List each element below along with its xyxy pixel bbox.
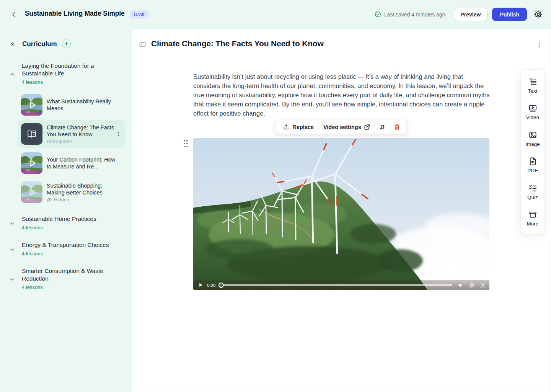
page-title[interactable]: Climate Change: The Facts You Need to Kn… xyxy=(151,39,324,50)
external-link-icon xyxy=(364,124,370,130)
gear-icon xyxy=(469,282,475,288)
section-lesson-count: 4 lessons xyxy=(22,251,109,256)
curriculum-header: Curriculum xyxy=(9,39,125,48)
section-title: Energy & Transportation Choices xyxy=(22,241,109,249)
lesson-row[interactable]: What Sustainability Really Means xyxy=(18,91,125,119)
curriculum-section: Energy & Transportation Choices 4 lesson… xyxy=(0,241,131,256)
settings-button[interactable] xyxy=(534,10,543,19)
pdf-icon xyxy=(528,157,537,166)
video-block-toolbar: Replace Video settings xyxy=(276,120,407,134)
play-icon xyxy=(198,283,203,287)
lesson-row[interactable]: Your Carbon Footprint: How to Measure an… xyxy=(18,149,125,177)
last-saved-text: Last saved 4 minutes ago xyxy=(384,11,445,18)
replace-video-button[interactable]: Replace xyxy=(278,120,318,134)
check-circle-icon xyxy=(375,11,381,18)
lesson-reading-thumbnail xyxy=(21,123,42,145)
text-icon xyxy=(528,77,537,86)
top-bar: Sustainable Living Made Simple Draft Las… xyxy=(0,0,551,29)
lesson-text-block[interactable]: Sustainability isn’t just about recyclin… xyxy=(193,72,490,118)
progress-track[interactable] xyxy=(223,284,452,286)
image-icon xyxy=(528,131,537,139)
lesson-row-hidden[interactable]: Sustainable Shopping: Making Better Choi… xyxy=(18,178,125,206)
play-icon xyxy=(21,94,42,116)
section-header[interactable]: Smarter Consumption & Waste Reduction 4 … xyxy=(0,267,131,290)
lesson-row-selected[interactable]: Climate Change: The Facts You Need to Kn… xyxy=(18,120,125,148)
lesson-title: Your Carbon Footprint: How to Measure an… xyxy=(47,156,116,170)
chevron-down-icon[interactable] xyxy=(9,247,15,253)
volume-button[interactable] xyxy=(458,282,464,288)
lesson-editor-panel: Climate Change: The Facts You Need to Kn… xyxy=(131,29,551,392)
insert-video-button[interactable]: Video xyxy=(521,104,544,120)
player-settings-button[interactable] xyxy=(469,282,475,288)
lesson-title: What Sustainability Really Means xyxy=(47,98,114,112)
last-saved-status: Last saved 4 minutes ago xyxy=(375,11,445,18)
plus-icon xyxy=(64,41,69,46)
course-title[interactable]: Sustainable Living Made Simple xyxy=(25,10,124,19)
video-settings-button[interactable]: Video settings xyxy=(319,120,375,134)
insert-pdf-button[interactable]: PDF xyxy=(521,157,544,173)
sort-arrows-icon xyxy=(379,124,386,131)
eye-off-icon xyxy=(47,197,52,203)
lesson-title: Climate Change: The Facts You Need to Kn… xyxy=(47,124,115,138)
publish-button[interactable]: Publish xyxy=(492,8,527,21)
curriculum-section: Smarter Consumption & Waste Reduction 4 … xyxy=(0,267,131,290)
preview-button[interactable]: Preview xyxy=(454,8,488,21)
status-badge: Draft xyxy=(130,10,148,19)
delete-block-button[interactable] xyxy=(390,120,404,134)
play-button[interactable] xyxy=(197,283,205,287)
section-lesson-count: 4 lessons xyxy=(22,79,97,85)
sidebar-toggle-button[interactable] xyxy=(139,41,146,48)
scrubber-knob[interactable] xyxy=(218,283,224,288)
collapse-all-button[interactable] xyxy=(9,41,16,47)
lesson-video-thumbnail xyxy=(21,152,42,174)
insert-block-toolbar: Text Video Image PDF Quiz More xyxy=(520,69,545,234)
chevron-left-icon xyxy=(11,11,18,18)
video-controls-bar: 0:00 xyxy=(193,280,489,290)
lesson-header: Climate Change: The Facts You Need to Kn… xyxy=(132,29,551,50)
insert-video-label: Video xyxy=(526,114,539,120)
insert-text-label: Text xyxy=(528,88,538,94)
insert-image-button[interactable]: Image xyxy=(521,131,544,147)
reorder-block-button[interactable] xyxy=(375,120,390,134)
insert-more-button[interactable]: More xyxy=(521,210,544,227)
chevron-down-icon[interactable] xyxy=(9,220,15,227)
block-drag-handle[interactable] xyxy=(183,140,188,148)
upload-icon xyxy=(283,124,289,130)
lesson-options-button[interactable] xyxy=(536,42,542,48)
kebab-menu-icon xyxy=(116,131,121,137)
chevron-up-icon[interactable] xyxy=(9,71,15,77)
lesson-menu-button[interactable] xyxy=(116,131,121,137)
current-time: 0:00 xyxy=(207,283,215,287)
insert-text-button[interactable]: Text xyxy=(521,77,544,94)
course-editor-app: Sustainable Living Made Simple Draft Las… xyxy=(0,0,551,392)
chevron-down-icon[interactable] xyxy=(9,276,15,283)
section-header[interactable]: Sustainable Home Practices 4 lessons xyxy=(0,215,131,230)
fullscreen-icon xyxy=(480,282,486,288)
kebab-menu-icon xyxy=(536,42,542,48)
fullscreen-button[interactable] xyxy=(480,282,486,288)
add-section-button[interactable] xyxy=(62,39,71,48)
curriculum-title: Curriculum xyxy=(22,40,57,48)
curriculum-section: Laying the Foundation for a Sustainable … xyxy=(0,62,131,206)
book-open-icon xyxy=(27,129,37,139)
video-icon xyxy=(528,104,537,113)
lesson-video-thumbnail xyxy=(21,94,42,116)
insert-quiz-button[interactable]: Quiz xyxy=(521,184,544,200)
insert-quiz-label: Quiz xyxy=(527,194,538,200)
grip-dots-icon xyxy=(183,140,188,148)
section-lesson-count: 4 lessons xyxy=(22,284,104,290)
gear-icon xyxy=(534,10,543,19)
chevrons-up-icon xyxy=(9,41,16,47)
section-header[interactable]: Laying the Foundation for a Sustainable … xyxy=(0,62,131,85)
curriculum-sidebar: Curriculum Laying the Foundation for a S… xyxy=(0,29,131,392)
lesson-list: What Sustainability Really Means Climate… xyxy=(18,91,125,206)
section-title: Smarter Consumption & Waste Reduction xyxy=(22,267,104,283)
lesson-hidden-label: Hidden xyxy=(54,197,69,203)
replace-label: Replace xyxy=(292,124,314,130)
back-button[interactable] xyxy=(9,10,19,20)
insert-pdf-label: PDF xyxy=(528,168,538,173)
video-player[interactable]: 0:00 xyxy=(193,138,489,290)
section-header[interactable]: Energy & Transportation Choices 4 lesson… xyxy=(0,241,131,256)
insert-more-label: More xyxy=(527,221,539,227)
trash-icon xyxy=(394,124,401,131)
